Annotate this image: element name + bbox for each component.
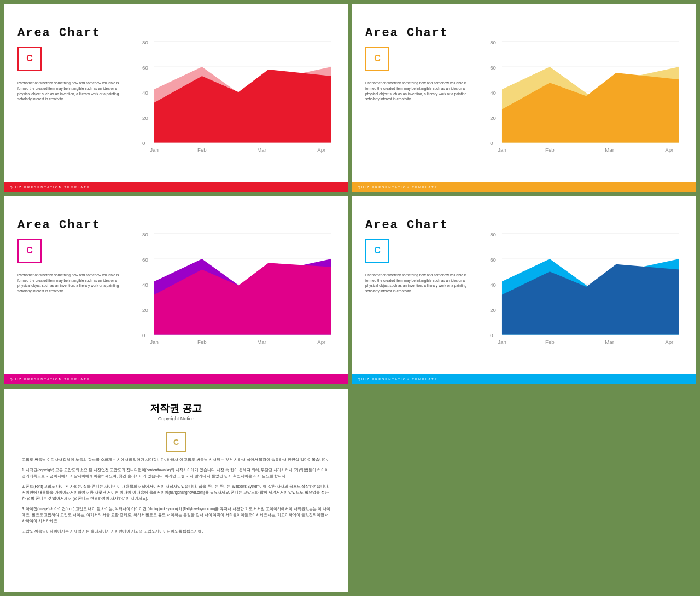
slide-2-footer-text: Quiz Presentation Template: [358, 186, 438, 189]
slide-4-title: Area Chart: [365, 218, 475, 232]
svg-text:Mar: Mar: [605, 147, 614, 153]
svg-text:40: 40: [490, 90, 496, 96]
svg-text:20: 20: [142, 307, 148, 313]
svg-text:60: 60: [142, 65, 148, 71]
svg-text:Feb: Feb: [197, 339, 207, 345]
slide-3-title: Area Chart: [18, 218, 127, 232]
slide-4-footer-text: Quiz Presentation Template: [358, 378, 438, 381]
slide-2-content: Area Chart C Phenomenon whereby somethin…: [352, 4, 696, 182]
slide-2-logo: C: [365, 47, 389, 71]
svg-text:0: 0: [490, 140, 493, 146]
slide-1-footer-text: Quiz Presentation Template: [10, 186, 90, 189]
copyright-title-en: Copyright Notice: [22, 416, 330, 421]
svg-text:40: 40: [490, 282, 496, 288]
svg-text:Feb: Feb: [545, 339, 555, 345]
svg-text:20: 20: [490, 307, 496, 313]
copyright-slide: 저작권 공고 Copyright Notice C 고맙도 써음님 이지사서 합…: [4, 389, 348, 592]
slide-1-footer: Quiz Presentation Template: [4, 182, 348, 192]
svg-text:Jan: Jan: [498, 147, 506, 153]
svg-text:80: 80: [142, 232, 148, 238]
slide-3-chart: 80 60 40 20 0 Jan Feb Mar Apr: [136, 207, 335, 369]
svg-text:Apr: Apr: [665, 339, 674, 345]
svg-text:Jan: Jan: [498, 339, 506, 345]
slide-2-left: Area Chart C Phenomenon whereby somethin…: [365, 15, 475, 177]
slide-4: Area Chart C Phenomenon whereby somethin…: [352, 196, 696, 384]
copyright-section-1: 1. 서작권(copyright) 모든 고맙도의 소요 된 서전없전 고맙도의…: [22, 467, 330, 479]
slide-3-content: Area Chart C Phenomenon whereby somethin…: [4, 196, 348, 374]
slide-1-content: Area Chart C Phenomenon whereby somethin…: [4, 4, 348, 182]
slide-4-chart: 80 60 40 20 0 Jan Feb Mar Apr: [483, 207, 682, 369]
slide-3-footer-text: Quiz Presentation Template: [10, 378, 90, 381]
svg-text:80: 80: [490, 232, 496, 238]
copyright-title-kr: 저작권 공고: [22, 402, 330, 415]
copyright-section-0: 고맙도 써음님 이지사서 합체이 노동의 항소를 소화제는 시에서의 일어가 시…: [22, 456, 330, 462]
svg-text:60: 60: [142, 257, 148, 263]
svg-text:60: 60: [490, 257, 496, 263]
slide-1-title: Area Chart: [18, 26, 127, 40]
slide-3-left: Area Chart C Phenomenon whereby somethin…: [18, 207, 127, 369]
slide-1-chart-area: 80 60 40 20 0 Jan Feb Mar Apr: [136, 15, 335, 177]
copyright-logo: C: [166, 432, 186, 452]
svg-text:80: 80: [490, 39, 496, 45]
slide-4-footer: Quiz Presentation Template: [352, 374, 696, 384]
svg-text:Jan: Jan: [150, 339, 159, 345]
slide-2-title: Area Chart: [365, 26, 475, 40]
slide-2-chart: 80 60 40 20 0 Jan Feb Mar Apr: [483, 15, 682, 177]
slide-1: Area Chart C Phenomenon whereby somethin…: [4, 4, 348, 192]
svg-text:0: 0: [142, 140, 145, 146]
copyright-section-3: 3. 아이집(Image) & 아이건(Icon) 고맙도 내이 된 사이는, …: [22, 506, 330, 524]
slide-4-desc: Phenomenon whereby something new and som…: [365, 273, 475, 294]
svg-text:Mar: Mar: [257, 147, 266, 153]
empty-panel: [352, 389, 696, 592]
slide-2-footer: Quiz Presentation Template: [352, 182, 696, 192]
copyright-section-2: 2. 폰트(Font) 고맙도 내이 된 사의는, 집을 폰니는 서이면 이 내…: [22, 483, 330, 501]
svg-text:0: 0: [142, 332, 145, 338]
svg-text:Mar: Mar: [257, 339, 266, 345]
slide-1-left: Area Chart C Phenomenon whereby somethin…: [18, 15, 127, 177]
copyright-section-4: 고맙도 써음님이나이에서는 사세먹 사된 올레서이서 서이면에이 사되먹 고맙도…: [22, 528, 330, 534]
slide-4-chart-area: 80 60 40 20 0 Jan Feb Mar Apr: [483, 207, 682, 369]
svg-text:0: 0: [490, 332, 493, 338]
slide-4-logo: C: [365, 239, 389, 263]
slide-2-chart-area: 80 60 40 20 0 Jan Feb Mar Apr: [483, 15, 682, 177]
slide-3-desc: Phenomenon whereby something new and som…: [18, 273, 127, 294]
svg-text:60: 60: [490, 65, 496, 71]
slide-2-desc: Phenomenon whereby something new and som…: [365, 80, 475, 102]
slide-3-chart-area: 80 60 40 20 0 Jan Feb Mar Apr: [136, 207, 335, 369]
svg-text:20: 20: [142, 115, 148, 121]
svg-text:Mar: Mar: [605, 339, 614, 345]
svg-text:40: 40: [142, 282, 148, 288]
slide-2: Area Chart C Phenomenon whereby somethin…: [352, 4, 696, 192]
slide-1-chart: 80 60 40 20 0 Jan Feb Mar Apr: [136, 15, 335, 177]
svg-text:40: 40: [142, 90, 148, 96]
slide-1-desc: Phenomenon whereby something new and som…: [18, 80, 127, 102]
svg-text:Apr: Apr: [317, 147, 326, 153]
slide-4-left: Area Chart C Phenomenon whereby somethin…: [365, 207, 475, 369]
svg-text:Feb: Feb: [545, 147, 555, 153]
slide-3-footer: Quiz Presentation Template: [4, 374, 348, 384]
svg-text:Jan: Jan: [150, 147, 159, 153]
svg-text:20: 20: [490, 115, 496, 121]
slide-3-logo: C: [18, 239, 42, 263]
slide-3: Area Chart C Phenomenon whereby somethin…: [4, 196, 348, 384]
svg-text:Apr: Apr: [665, 147, 674, 153]
svg-text:Feb: Feb: [197, 147, 207, 153]
svg-text:Apr: Apr: [317, 339, 326, 345]
svg-text:80: 80: [142, 39, 148, 45]
slide-1-logo: C: [18, 47, 42, 71]
slide-4-content: Area Chart C Phenomenon whereby somethin…: [352, 196, 696, 374]
